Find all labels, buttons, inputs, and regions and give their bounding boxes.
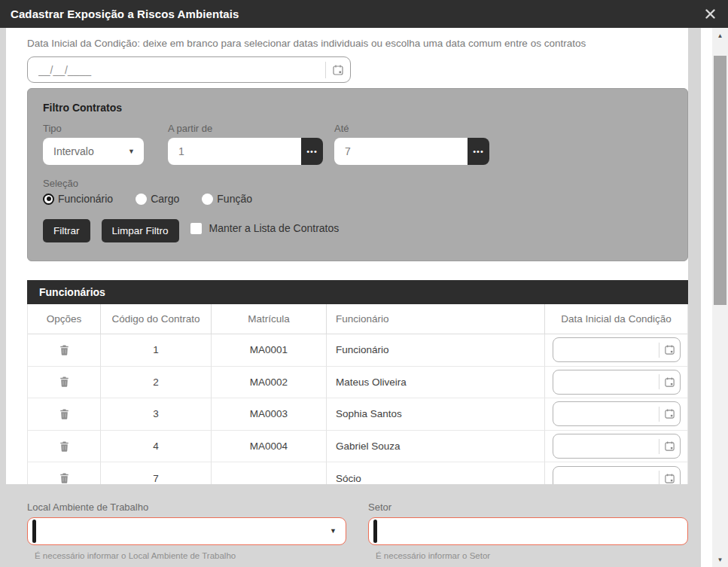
to-more-button[interactable]: ••• [468, 138, 489, 165]
calendar-icon[interactable] [664, 408, 675, 419]
selecao-radio-group: Funcionário Cargo Função [43, 193, 672, 205]
vertical-scrollbar[interactable]: ▲ ▼ [712, 28, 728, 567]
trash-icon [59, 473, 69, 483]
trash-icon [59, 409, 69, 419]
table-cell-funcionario: Funcionário [327, 334, 545, 367]
setor-error: É necessário informar o Setor [376, 551, 490, 560]
delete-row-button[interactable] [58, 471, 71, 484]
input-divider [659, 407, 659, 422]
from-more-button[interactable]: ••• [301, 138, 323, 165]
right-margin [701, 28, 712, 567]
calendar-icon[interactable] [332, 64, 344, 76]
filter-contracts-panel: Filtro Contratos Tipo Intervalo ▼ A part… [27, 88, 688, 261]
text-cursor [373, 520, 377, 543]
column-header-matricula: Matrícula [212, 304, 327, 334]
keep-list-label: Manter a Lista de Contratos [209, 222, 340, 234]
row-date-field[interactable] [553, 370, 681, 395]
radio-icon [43, 194, 54, 205]
row-date-field[interactable] [553, 434, 681, 459]
radio-icon [202, 194, 213, 205]
delete-row-button[interactable] [58, 407, 71, 421]
delete-row-button[interactable] [58, 343, 71, 357]
funcionarios-section: Funcionários Opções Código do Contrato M… [27, 280, 688, 484]
column-header-opcoes: Opções [28, 304, 101, 334]
to-label: Até [334, 123, 489, 134]
table-cell-matricula: MA0001 [212, 334, 327, 367]
table-cell-data [545, 367, 687, 399]
chevron-down-icon: ▼ [128, 148, 135, 155]
radio-icon [136, 194, 147, 205]
trash-icon [59, 376, 69, 387]
table-cell-opcoes [28, 462, 101, 484]
delete-row-button[interactable] [58, 440, 71, 453]
table-cell-matricula [212, 462, 327, 484]
date-instruction-text: Data Inicial da Condição: deixe em branc… [27, 38, 688, 49]
row-date-field[interactable] [553, 401, 681, 426]
table-cell-codigo: 3 [101, 398, 212, 431]
table-cell-codigo: 1 [101, 334, 212, 367]
input-divider [659, 374, 659, 389]
common-date-field[interactable] [27, 56, 351, 83]
dialog-header: Cadastrar Exposição a Riscos Ambientais [0, 0, 728, 28]
common-date-input[interactable] [38, 64, 325, 76]
calendar-icon[interactable] [664, 376, 675, 388]
selecao-label: Seleção [43, 178, 672, 189]
input-divider [659, 471, 659, 484]
radio-option[interactable]: Funcionário [43, 193, 113, 205]
tipo-selected-value: Intervalo [53, 145, 128, 157]
funcionarios-titlebar: Funcionários [27, 280, 688, 304]
tipo-label: Tipo [43, 123, 144, 134]
close-icon [705, 9, 715, 19]
funcionarios-title: Funcionários [39, 286, 105, 298]
text-cursor [32, 520, 36, 543]
filtrar-button[interactable]: Filtrar [43, 219, 90, 242]
table-cell-codigo: 4 [101, 431, 212, 463]
table-cell-opcoes [28, 431, 101, 463]
column-header-data: Data Inicial da Condição [545, 304, 687, 334]
scroll-down-icon[interactable]: ▼ [712, 553, 728, 565]
dialog-title: Cadastrar Exposição a Riscos Ambientais [11, 8, 239, 20]
setor-label: Setor [368, 501, 391, 513]
local-ambiente-label: Local Ambiente de Trabalho [27, 501, 148, 513]
table-cell-matricula: MA0002 [212, 367, 327, 399]
scroll-up-icon[interactable]: ▲ [712, 29, 728, 41]
radio-option-label: Função [217, 193, 252, 205]
table-cell-opcoes [28, 398, 101, 431]
row-date-field[interactable] [553, 337, 681, 362]
table-cell-data [545, 334, 687, 367]
table-cell-opcoes [28, 334, 101, 367]
from-input[interactable] [168, 138, 301, 165]
dialog-body: Data Inicial da Condição: deixe em branc… [0, 28, 728, 567]
table-cell-opcoes [28, 367, 101, 399]
radio-option[interactable]: Cargo [136, 193, 179, 205]
calendar-icon[interactable] [664, 440, 675, 452]
calendar-icon[interactable] [664, 344, 675, 355]
input-divider [659, 343, 659, 358]
content-card: Data Inicial da Condição: deixe em branc… [6, 28, 688, 484]
from-label: A partir de [168, 123, 323, 134]
radio-option-label: Cargo [151, 193, 179, 205]
tipo-select[interactable]: Intervalo ▼ [43, 138, 144, 165]
table-cell-funcionario: Mateus Oliveira [327, 367, 545, 399]
limpar-filtro-button[interactable]: Limpar Filtro [102, 219, 179, 242]
calendar-icon[interactable] [664, 473, 675, 484]
delete-row-button[interactable] [58, 375, 71, 389]
checkbox-unchecked-icon[interactable] [190, 223, 202, 234]
ellipsis-icon: ••• [473, 147, 484, 156]
to-input[interactable] [334, 138, 468, 165]
close-button[interactable] [701, 0, 719, 28]
row-date-field[interactable] [553, 466, 681, 484]
setor-input[interactable] [368, 517, 688, 545]
radio-option[interactable]: Função [202, 193, 252, 205]
keep-list-checkbox-group[interactable]: Manter a Lista de Contratos [190, 222, 340, 234]
local-ambiente-select[interactable]: ▼ [27, 517, 346, 545]
filter-panel-title: Filtro Contratos [43, 102, 672, 114]
input-divider [325, 62, 326, 78]
table-cell-funcionario: Gabriel Souza [327, 431, 545, 463]
table-cell-matricula: MA0003 [212, 398, 327, 431]
table-cell-data [545, 431, 687, 463]
scrollbar-thumb[interactable] [714, 56, 726, 305]
trash-icon [59, 441, 69, 452]
table-cell-funcionario: Sócio [327, 462, 545, 484]
table-cell-data [545, 462, 687, 484]
